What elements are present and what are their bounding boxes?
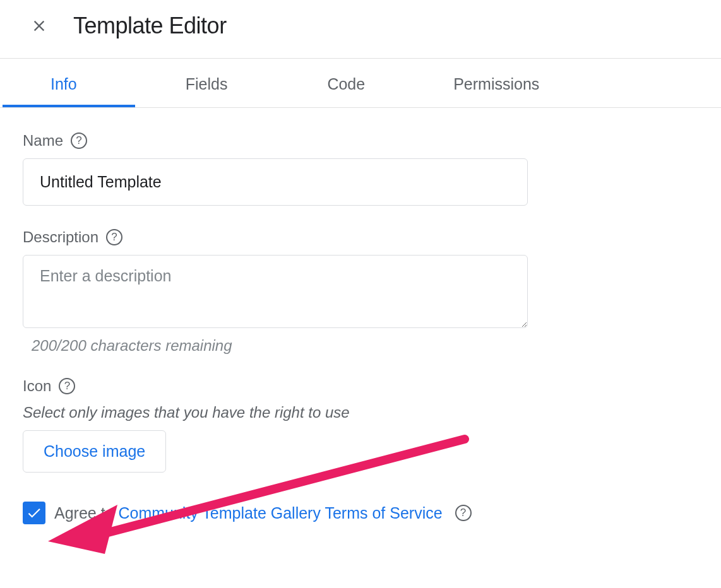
icon-hint: Select only images that you have the rig… [23,404,698,421]
name-label-row: Name ? [23,132,698,150]
terms-link[interactable]: Community Template Gallery Terms of Serv… [118,504,442,522]
description-label-row: Description ? [23,228,698,246]
help-icon[interactable]: ? [59,378,75,394]
agree-prefix: Agree to [54,504,118,522]
icon-label-row: Icon ? [23,377,698,395]
icon-field-group: Icon ? Select only images that you have … [23,377,698,473]
close-button[interactable] [30,17,48,35]
tab-code[interactable]: Code [246,61,384,107]
name-field-group: Name ? [23,132,698,206]
agree-row: Agree to Community Template Gallery Term… [23,502,698,524]
tab-permissions[interactable]: Permissions [384,61,558,107]
description-field-group: Description ? 200/200 characters remaini… [23,228,698,355]
tab-info[interactable]: Info [0,61,96,107]
help-icon[interactable]: ? [106,229,122,245]
agree-text-container: Agree to Community Template Gallery Term… [54,504,443,522]
help-icon[interactable]: ? [71,132,87,149]
description-input[interactable] [23,255,528,328]
info-panel: Name ? Description ? 200/200 characters … [0,108,721,548]
tab-fields[interactable]: Fields [96,61,247,107]
char-counter: 200/200 characters remaining [32,337,698,355]
name-input[interactable] [23,158,528,206]
check-icon [26,505,42,521]
help-icon[interactable]: ? [455,505,472,521]
agree-checkbox[interactable] [23,502,45,524]
name-label: Name [23,132,63,150]
choose-image-button[interactable]: Choose image [23,430,166,473]
tabs-bar: Info Fields Code Permissions [0,59,721,108]
page-title: Template Editor [73,13,227,39]
editor-header: Template Editor [0,0,721,59]
close-icon [30,17,48,35]
description-label: Description [23,228,98,246]
icon-label: Icon [23,377,51,395]
